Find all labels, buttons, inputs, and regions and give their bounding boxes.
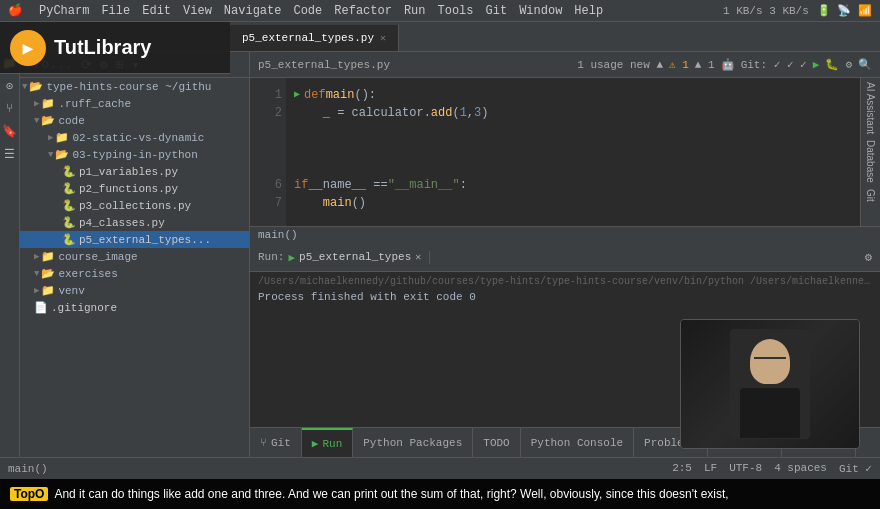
menu-run[interactable]: Run: [404, 4, 426, 18]
dunder-name: __name__ ==: [308, 176, 387, 194]
git-tab-label: Git: [271, 437, 291, 449]
run-config-close[interactable]: ✕: [415, 251, 421, 263]
bookmarks-icon[interactable]: 🔖: [2, 124, 17, 139]
run-tab-icon: ▶: [312, 437, 319, 450]
run-settings-icon[interactable]: ⚙: [865, 250, 880, 265]
menu-window[interactable]: Window: [519, 4, 562, 18]
menu-pycharm[interactable]: PyCharm: [39, 4, 89, 18]
code-line-7: main(): [294, 194, 852, 212]
subtitle-bar: TopO And it can do things like add one a…: [0, 479, 880, 509]
keyword-if: if: [294, 176, 308, 194]
tree-gitignore[interactable]: 📄 .gitignore: [20, 299, 249, 316]
python-file-icon: 🐍: [62, 216, 76, 229]
tree-03-label: 03-typing-in-python: [72, 149, 197, 161]
bottom-tab-python-packages[interactable]: Python Packages: [353, 428, 473, 458]
tree-p3-label: p3_collections.py: [79, 200, 191, 212]
ai-assistant-sidebar[interactable]: AI Assistant: [865, 82, 876, 134]
subtitle-text: And it can do things like add one and th…: [54, 487, 728, 501]
editor-area: 1 2 6 7 ▶ def main(): _ = calc: [250, 78, 880, 226]
file-tree: ▼ 📂 type-hints-course ~/githu ▶ 📁 .ruff_…: [20, 78, 249, 457]
tree-course-image[interactable]: ▶ 📁 course_image: [20, 248, 249, 265]
folder-icon: 📂: [41, 267, 55, 280]
menu-navigate[interactable]: Navigate: [224, 4, 282, 18]
menu-items: PyCharm File Edit View Navigate Code Ref…: [39, 4, 603, 18]
tree-exercises[interactable]: ▼ 📂 exercises: [20, 265, 249, 282]
code-add: add: [431, 104, 453, 122]
apple-menu[interactable]: 🍎: [8, 3, 23, 18]
tree-root[interactable]: ▼ 📂 type-hints-course ~/githu: [20, 78, 249, 95]
menu-code[interactable]: Code: [293, 4, 322, 18]
run-output: Process finished with exit code 0: [258, 291, 872, 303]
bottom-tab-python-console[interactable]: Python Console: [521, 428, 634, 458]
status-utf8: UTF-8: [729, 462, 762, 475]
logo: ▶ TutLibrary: [0, 22, 230, 74]
tree-course-image-label: course_image: [58, 251, 137, 263]
arrow-right-icon: ▶: [34, 98, 39, 109]
tree-02[interactable]: ▶ 📁 02-static-vs-dynamic: [20, 129, 249, 146]
arrow-down-icon: ▼: [22, 82, 27, 92]
arrow-right-icon: ▶: [34, 251, 39, 262]
menu-refactor[interactable]: Refactor: [334, 4, 392, 18]
folder-icon: 📂: [29, 80, 43, 93]
menu-git[interactable]: Git: [486, 4, 508, 18]
tree-p5[interactable]: 🐍 p5_external_types...: [20, 231, 249, 248]
status-right: 2:5 LF UTF-8 4 spaces Git ✓: [672, 462, 872, 475]
run-play-icon[interactable]: ▶: [288, 251, 295, 264]
status-git: Git ✓: [839, 462, 872, 475]
paren: ():: [354, 86, 376, 104]
todo-tab-label: TODO: [483, 437, 509, 449]
run-file-icon[interactable]: ▶: [813, 58, 820, 71]
editor-bottom-bar: main(): [250, 226, 880, 244]
pull-requests-icon[interactable]: ⑂: [6, 102, 13, 116]
status-position: 2:5: [672, 462, 692, 475]
run-config-area: Run: ▶ p5_external_types ✕: [250, 251, 430, 264]
bottom-tab-git[interactable]: ⑂ Git: [250, 428, 302, 458]
tree-venv[interactable]: ▶ 📁 venv: [20, 282, 249, 299]
bottom-breadcrumb: main(): [258, 229, 298, 241]
database-sidebar[interactable]: Database: [865, 140, 876, 183]
structure-icon[interactable]: ☰: [4, 147, 15, 162]
git-sidebar[interactable]: Git: [865, 189, 876, 202]
menu-edit[interactable]: Edit: [142, 4, 171, 18]
commit-icon[interactable]: ⊙: [6, 79, 13, 94]
menu-view[interactable]: View: [183, 4, 212, 18]
tree-p3[interactable]: 🐍 p3_collections.py: [20, 197, 249, 214]
colon: :: [460, 176, 467, 194]
tree-p2[interactable]: 🐍 p2_functions.py: [20, 180, 249, 197]
bottom-tab-todo[interactable]: TODO: [473, 428, 520, 458]
tree-p1[interactable]: 🐍 p1_variables.py: [20, 163, 249, 180]
tree-ruff-label: .ruff_cache: [58, 98, 131, 110]
tree-03[interactable]: ▼ 📂 03-typing-in-python: [20, 146, 249, 163]
folder-icon: 📁: [41, 250, 55, 263]
code-content[interactable]: ▶ def main(): _ = calculator.add(1, 3) i…: [286, 78, 860, 226]
python-file-icon: 🐍: [62, 199, 76, 212]
usage-info: 1 usage new ▲: [577, 59, 663, 71]
webcam-placeholder: [681, 320, 859, 448]
folder-icon: 📁: [41, 97, 55, 110]
folder-icon: 📁: [55, 131, 69, 144]
tree-p4-label: p4_classes.py: [79, 217, 165, 229]
bottom-tab-run[interactable]: ▶ Run: [302, 428, 353, 458]
code-indent: [294, 104, 323, 122]
tab-close-icon[interactable]: ✕: [380, 32, 386, 44]
debug-icon[interactable]: 🐛: [825, 58, 839, 71]
tab-p5-external-types[interactable]: p5_external_types.py ✕: [230, 25, 399, 51]
menu-help[interactable]: Help: [574, 4, 603, 18]
settings-icon[interactable]: ⚙: [845, 58, 852, 71]
tree-code[interactable]: ▼ 📂 code: [20, 112, 249, 129]
code-editor[interactable]: 1 2 6 7 ▶ def main(): _ = calc: [250, 78, 860, 226]
run-label: Run:: [258, 251, 284, 263]
tree-p4[interactable]: 🐍 p4_classes.py: [20, 214, 249, 231]
tree-ruff-cache[interactable]: ▶ 📁 .ruff_cache: [20, 95, 249, 112]
search-icon[interactable]: 🔍: [858, 58, 872, 71]
logo-icon: ▶: [10, 30, 46, 66]
run-line-icon[interactable]: ▶: [294, 86, 300, 104]
tree-02-label: 02-static-vs-dynamic: [72, 132, 204, 144]
menu-tools[interactable]: Tools: [438, 4, 474, 18]
arrow-up-icon: ▲ 1: [695, 59, 715, 71]
menu-right-icons: 1 KB/s 3 KB/s 🔋 📡 📶: [723, 4, 872, 17]
num-3: 3: [474, 104, 481, 122]
ai-assistant-icon[interactable]: 🤖: [721, 58, 735, 71]
menu-file[interactable]: File: [101, 4, 130, 18]
folder-icon: 📁: [41, 284, 55, 297]
